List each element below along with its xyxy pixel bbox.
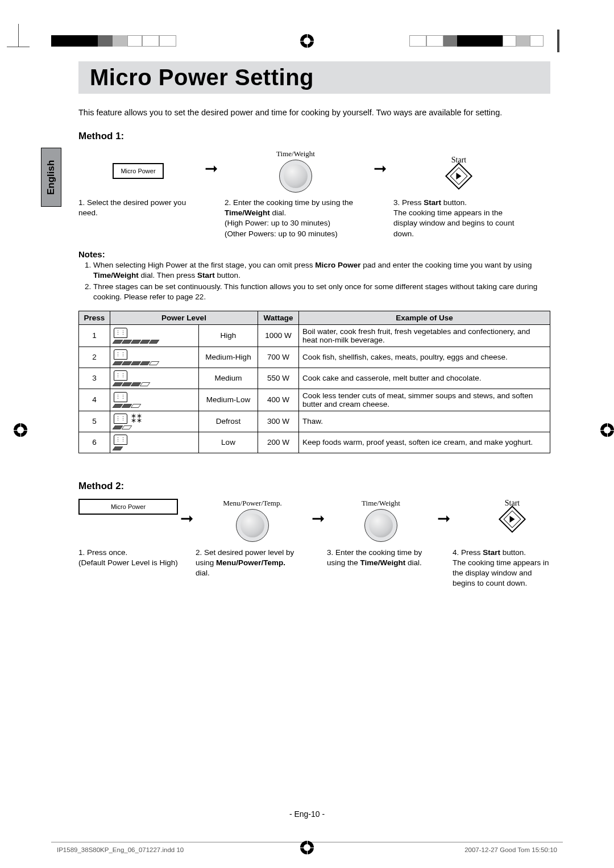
- arrow-icon: ➞: [367, 149, 393, 178]
- m2-step3: Time/Weight 3. Enter the cooking time by…: [327, 499, 435, 568]
- start-button-icon: [445, 162, 472, 190]
- cell-level-icon: ⋮⋮: [110, 347, 199, 368]
- cell-example: Thaw.: [299, 411, 550, 432]
- cell-example: Keep foods warm, proof yeast, soften ice…: [299, 432, 550, 453]
- step-number: 3.: [393, 198, 400, 207]
- step-text: The cooking time appears in the display …: [393, 208, 514, 237]
- cell-wattage: 1000 W: [258, 324, 299, 347]
- m1-step1: Micro Power 1. Select the desired power …: [78, 149, 198, 218]
- timestamp-label: 2007-12-27 Good Tom 15:50:10: [464, 846, 557, 853]
- registration-mark-bottom: [300, 841, 314, 854]
- step-text: dial.: [196, 569, 210, 577]
- cell-example: Boil water, cook fresh fruit, fresh vege…: [299, 324, 550, 347]
- cell-level-name: Low: [199, 432, 258, 453]
- dial-label: Menu/Power/Temp.: [196, 499, 309, 508]
- table-row: 5⋮⋮∗∗∗∗Defrost300 WThaw.: [79, 411, 550, 432]
- cell-press: 3: [79, 368, 110, 389]
- arrow-icon: ➞: [309, 499, 327, 528]
- cell-press: 6: [79, 432, 110, 453]
- notes-heading: Notes:: [78, 249, 550, 259]
- note-text: button.: [215, 271, 240, 279]
- intro-text: This feature allows you to set the desir…: [78, 107, 550, 118]
- page-number: - Eng-10 -: [0, 809, 614, 819]
- cell-wattage: 400 W: [258, 389, 299, 411]
- cell-press: 4: [79, 389, 110, 411]
- cell-example: Cook less tender cuts of meat, simmer so…: [299, 389, 550, 411]
- note-text-bold: Start: [197, 271, 215, 279]
- step-text-bold: Start: [483, 548, 500, 557]
- cell-example: Cook fish, shellfish, cakes, meats, poul…: [299, 347, 550, 368]
- m2-step1: Micro Power 1. Press once. (Default Powe…: [78, 499, 178, 568]
- table-row: 1⋮⋮High1000 WBoil water, cook fresh frui…: [79, 324, 550, 347]
- method1-steps: Micro Power 1. Select the desired power …: [78, 149, 550, 239]
- cell-press: 2: [79, 347, 110, 368]
- cell-example: Cook cake and casserole, melt butter and…: [299, 368, 550, 389]
- printer-marks-top: [0, 35, 614, 51]
- dial-label: Time/Weight: [276, 149, 315, 158]
- m2-step4: Start 4. Press Start button. The cooking…: [453, 499, 572, 589]
- page-content: Micro Power Setting This feature allows …: [78, 61, 550, 589]
- dial-icon: [364, 509, 397, 542]
- note-text: dial. Then press: [139, 271, 197, 279]
- start-button-icon: [499, 506, 526, 533]
- title-banner: Micro Power Setting: [78, 61, 550, 94]
- step-text: (High Power: up to 30 minutes): [225, 219, 330, 227]
- cell-level-name: Medium-High: [199, 347, 258, 368]
- th-watt: Wattage: [258, 311, 299, 324]
- cell-level-name: Medium: [199, 368, 258, 389]
- method1-heading: Method 1:: [78, 131, 550, 142]
- step-text: dial.: [405, 558, 422, 567]
- table-row: 3⋮⋮Medium550 WCook cake and casserole, m…: [79, 368, 550, 389]
- step-text: The cooking time appears in the display …: [453, 558, 549, 587]
- dial-icon: [236, 509, 269, 542]
- step-text-bold: Time/Weight: [360, 558, 406, 567]
- cell-level-name: High: [199, 324, 258, 347]
- step-text: button.: [500, 548, 526, 557]
- cell-wattage: 700 W: [258, 347, 299, 368]
- m1-step2: Time/Weight 2. Enter the cooking time by…: [225, 149, 367, 239]
- cell-level-icon: ⋮⋮: [110, 389, 199, 411]
- source-file-label: IP1589_38S80KP_Eng_06_071227.indd 10: [57, 846, 184, 853]
- step-number: 4.: [453, 548, 459, 557]
- arrow-icon: ➞: [198, 149, 225, 178]
- method2-heading: Method 2:: [78, 481, 550, 492]
- step-number: 1.: [78, 548, 85, 557]
- m1-step3: Start 3. Press Start button. The cooking…: [393, 149, 524, 239]
- cell-level-icon: ⋮⋮: [110, 432, 199, 453]
- arrow-icon: ➞: [435, 499, 453, 528]
- crop-mark: [18, 24, 19, 47]
- step-number: 1.: [78, 198, 85, 207]
- step-number: 2.: [225, 198, 231, 207]
- note-item: Three stages can be set continuously. Th…: [93, 282, 550, 302]
- note-text: When selecting High Power at the first s…: [93, 261, 315, 269]
- crop-mark: [7, 47, 30, 47]
- cell-level-icon: ⋮⋮∗∗∗∗: [110, 411, 199, 432]
- page-title: Micro Power Setting: [90, 65, 539, 90]
- m2-step2: Menu/Power/Temp. 2. Set desired power le…: [196, 499, 309, 579]
- step-text: button.: [441, 198, 467, 207]
- step-text-bold: Start: [424, 198, 441, 207]
- step-number: 2.: [196, 548, 202, 557]
- cell-press: 5: [79, 411, 110, 432]
- table-row: 2⋮⋮Medium-High700 WCook fish, shellfish,…: [79, 347, 550, 368]
- th-level: Power Level: [110, 311, 258, 324]
- cell-level-icon: ⋮⋮: [110, 368, 199, 389]
- cell-press: 1: [79, 324, 110, 347]
- th-press: Press: [79, 311, 110, 324]
- note-text-bold: Micro Power: [315, 261, 360, 269]
- dial-label: Time/Weight: [327, 499, 435, 508]
- method2-steps: Micro Power 1. Press once. (Default Powe…: [78, 499, 550, 589]
- table-row: 4⋮⋮Medium-Low400 WCook less tender cuts …: [79, 389, 550, 411]
- cell-wattage: 300 W: [258, 411, 299, 432]
- cell-wattage: 550 W: [258, 368, 299, 389]
- cell-level-icon: ⋮⋮: [110, 324, 199, 347]
- micro-power-button-icon: Micro Power: [78, 499, 178, 515]
- step-text: Press once.: [87, 548, 127, 557]
- notes-list: When selecting High Power at the first s…: [78, 260, 550, 303]
- step-text: Select the desired power you need.: [78, 198, 186, 217]
- step-text: (Default Power Level is High): [78, 558, 178, 567]
- step-text-bold: Menu/Power/Temp.: [216, 558, 285, 567]
- micro-power-button-icon: Micro Power: [113, 163, 163, 179]
- step-text: Press: [461, 548, 483, 557]
- power-table: Press Power Level Wattage Example of Use…: [78, 311, 550, 453]
